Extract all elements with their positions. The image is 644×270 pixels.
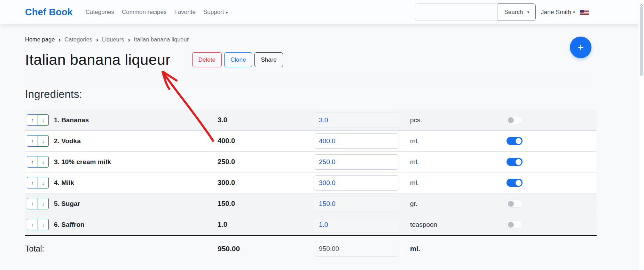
ingredient-unit: teaspoon [410, 221, 506, 229]
move-down-button[interactable]: ↓ [38, 198, 49, 209]
breadcrumb-liqueurs[interactable]: Liqueurs [102, 36, 124, 43]
ingredient-toggle[interactable] [506, 116, 523, 124]
ingredient-amount-input[interactable] [314, 175, 399, 191]
breadcrumb-separator-icon: › [58, 37, 61, 43]
arrow-down-icon: ↓ [42, 159, 45, 165]
move-down-button[interactable]: ↓ [38, 219, 49, 230]
ingredient-row: ↑ ↓ 6. Saffron 1.0 teaspoon [25, 214, 597, 235]
navbar: Chef Book Categories Common recipes Favo… [0, 0, 644, 24]
ingredient-unit: ml. [410, 137, 506, 145]
arrow-down-icon: ↓ [42, 117, 45, 123]
breadcrumb-home[interactable]: Home page [25, 36, 55, 43]
ingredient-label: 10% cream milk [61, 158, 111, 165]
move-down-button[interactable]: ↓ [38, 114, 49, 126]
arrow-down-icon: ↓ [42, 222, 45, 227]
ingredient-name: 5. Sugar [54, 200, 218, 208]
title-row: Italian banana liqueur Delete Clone Shar… [25, 51, 619, 68]
search-input[interactable] [415, 3, 498, 21]
move-up-button[interactable]: ↑ [27, 177, 38, 188]
page-title: Italian banana liqueur [25, 51, 171, 68]
nav-item-favorite[interactable]: Favorite [174, 9, 196, 16]
search-button[interactable]: Search ▾ [498, 3, 536, 21]
arrow-down-icon: ↓ [42, 201, 45, 207]
ingredient-toggle[interactable] [506, 179, 523, 187]
arrow-down-icon: ↓ [42, 138, 45, 144]
total-row: Total: 950.00 ml. [25, 235, 597, 262]
ingredient-amount: 150.0 [218, 200, 314, 208]
ingredient-row: ↑ ↓ 4. Milk 300.0 ml. [25, 172, 597, 193]
ingredient-name: 2. Vodka [54, 137, 218, 145]
ingredient-index: 3. [54, 158, 60, 165]
title-divider [25, 79, 592, 79]
toggle-knob [516, 180, 521, 186]
user-name: Jane Smith [541, 9, 571, 16]
ingredient-toggle[interactable] [506, 158, 523, 166]
reorder-buttons: ↑ ↓ [27, 135, 54, 147]
move-up-button[interactable]: ↑ [27, 156, 38, 168]
arrow-up-icon: ↑ [31, 159, 34, 165]
chevron-down-icon: ▾ [573, 10, 575, 15]
ingredient-index: 4. [54, 179, 60, 186]
move-up-button[interactable]: ↑ [27, 135, 38, 147]
ingredient-unit: pcs. [410, 116, 506, 124]
ingredient-toggle[interactable] [506, 221, 523, 229]
clone-button[interactable]: Clone [224, 52, 252, 68]
ingredient-amount-input[interactable] [314, 113, 399, 128]
add-recipe-button[interactable]: + [570, 37, 591, 58]
arrow-up-icon: ↑ [31, 222, 34, 227]
arrow-up-icon: ↑ [31, 138, 34, 144]
breadcrumb-current-page: Italian banana liqueur [134, 36, 189, 43]
recipe-action-buttons: Delete Clone Share [192, 52, 283, 68]
ingredient-amount-input[interactable] [314, 154, 399, 170]
scrollbar-thumb[interactable] [640, 6, 643, 76]
ingredient-amount-input[interactable] [314, 217, 399, 232]
ingredient-unit: ml. [410, 158, 506, 166]
total-amount: 950.00 [218, 245, 314, 253]
breadcrumb-categories[interactable]: Categories [64, 36, 92, 43]
reorder-buttons: ↑ ↓ [27, 177, 54, 188]
reorder-buttons: ↑ ↓ [27, 219, 54, 230]
total-amount-input[interactable] [314, 241, 399, 257]
ingredient-name: 1. Bananas [54, 116, 218, 124]
delete-button[interactable]: Delete [192, 52, 222, 68]
nav-item-support[interactable]: Support▾ [203, 9, 228, 16]
nav-item-common-recipes[interactable]: Common recipes [122, 9, 167, 16]
ingredient-unit: gr. [410, 200, 506, 208]
user-menu[interactable]: Jane Smith ▾ [541, 9, 575, 16]
ingredient-amount-input[interactable] [314, 133, 399, 149]
move-up-button[interactable]: ↑ [27, 114, 38, 126]
ingredient-label: Milk [61, 179, 74, 186]
move-down-button[interactable]: ↓ [38, 156, 49, 168]
brand-logo[interactable]: Chef Book [25, 7, 73, 18]
ingredient-amount: 1.0 [218, 221, 314, 229]
total-label: Total: [25, 244, 218, 254]
share-button[interactable]: Share [254, 52, 283, 68]
nav-item-categories[interactable]: Categories [86, 9, 114, 16]
ingredient-row: ↑ ↓ 3. 10% cream milk 250.0 ml. [25, 152, 597, 172]
us-flag-icon[interactable] [580, 10, 589, 15]
ingredient-amount-input[interactable] [314, 196, 399, 211]
ingredient-row: ↑ ↓ 5. Sugar 150.0 gr. [25, 193, 597, 214]
move-down-button[interactable]: ↓ [38, 135, 49, 147]
toggle-knob [508, 201, 514, 207]
toggle-knob [516, 159, 521, 165]
ingredient-index: 2. [54, 137, 60, 145]
ingredients-table-body: ↑ ↓ 1. Bananas 3.0 pcs. ↑ ↓ 2. Vodka 400… [25, 110, 597, 235]
ingredients-table: ↑ ↓ 1. Bananas 3.0 pcs. ↑ ↓ 2. Vodka 400… [25, 110, 597, 262]
arrow-up-icon: ↑ [31, 201, 34, 207]
chevron-down-icon: ▾ [226, 10, 228, 15]
nav-links: Categories Common recipes Favorite Suppo… [82, 9, 232, 16]
ingredient-amount: 250.0 [218, 158, 314, 166]
ingredient-toggle[interactable] [506, 200, 523, 208]
reorder-buttons: ↑ ↓ [27, 198, 54, 209]
move-up-button[interactable]: ↑ [27, 198, 38, 209]
chevron-down-icon: ▾ [527, 10, 529, 15]
move-up-button[interactable]: ↑ [27, 219, 38, 230]
vertical-scrollbar[interactable] [638, 0, 644, 270]
ingredient-name: 6. Saffron [54, 221, 218, 229]
ingredient-toggle[interactable] [506, 137, 523, 145]
main-content: Home page › Categories › Liqueurs › Ital… [0, 24, 644, 262]
ingredient-unit: ml. [410, 179, 506, 187]
reorder-buttons: ↑ ↓ [27, 114, 54, 126]
move-down-button[interactable]: ↓ [38, 177, 49, 188]
